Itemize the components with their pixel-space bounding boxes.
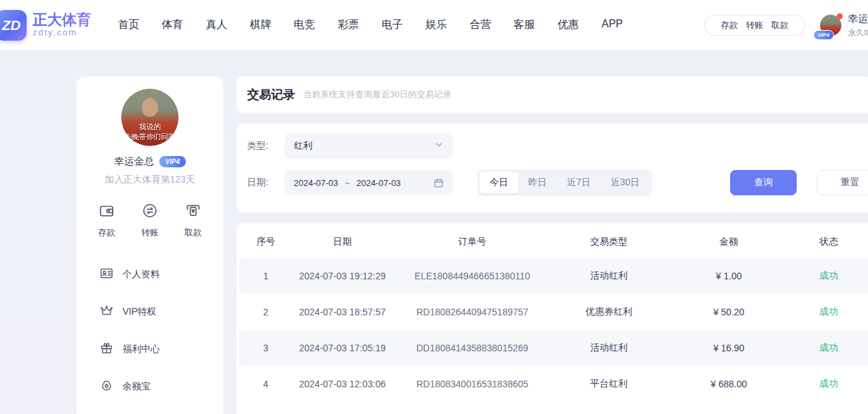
cell-index: 3 [239,343,292,353]
quick-range-chip[interactable]: 今日 [480,172,518,193]
table-row[interactable]: 1 2024-07-03 19:12:29 ELE180844946665138… [239,258,868,294]
permanent-domain-note: 永久域名: zd [848,27,868,39]
table-row[interactable]: 4 2024-07-03 12:03:06 RD1808340016531838… [239,366,868,402]
cell-status: 成功 [792,306,865,318]
cell-status: 成功 [792,342,865,354]
date-range-input[interactable]: 2024-07-03 ~ 2024-07-03 [284,170,453,195]
page-title: 交易记录 [247,87,295,103]
cell-index: 2 [239,307,292,317]
nav-item[interactable]: 合营 [470,18,491,32]
cell-type: 优惠券红利 [552,306,665,318]
cell-date: 2024-07-03 12:03:06 [292,379,392,389]
date-start-value: 2024-07-03 [294,178,338,188]
wallet-actions: 存款 转账 取款 [77,202,223,239]
table-column-header: 订单号 [392,236,552,248]
nav-item[interactable]: 真人 [206,18,227,32]
chevron-down-icon [434,140,444,152]
wallet-quick-link[interactable]: 取款 [771,19,789,31]
main-nav: 首页体育真人棋牌电竞彩票电子娱乐合营客服优惠APP [118,18,646,32]
cell-amount: ¥ 688.00 [665,379,792,389]
nav-item[interactable]: 电子 [382,18,403,32]
sidebar-item-vip[interactable]: VIP特权 [77,293,223,331]
type-select[interactable]: 红利 [284,133,453,159]
profile-name-row: 幸运金总 VIP4 [77,155,223,168]
nav-item[interactable]: 电竞 [294,18,315,32]
sidebar-item-label: 个人资料 [123,269,160,281]
profile-avatar[interactable]: 我说的 今晚带你们回家 [121,89,179,146]
cell-index: 1 [239,271,292,281]
cell-order-no: RD1808340016531838605 [392,379,552,389]
sidebar-item-yuebao[interactable]: 余额宝 [77,368,223,405]
nav-item[interactable]: 体育 [162,18,183,32]
cell-order-no: ELE1808449466651380110 [392,271,552,281]
cell-status: 成功 [792,378,865,390]
calendar-icon [434,178,444,188]
vault-icon [99,378,114,395]
cell-date: 2024-07-03 18:57:57 [292,307,392,317]
transactions-table-panel: 序号日期订单号交易类型金额状态 1 2024-07-03 19:12:29 EL… [236,223,868,414]
reset-button[interactable]: 重置 [817,170,868,195]
profile-sidebar: 我说的 今晚带你们回家 幸运金总 VIP4 加入正大体育第123天 存款 [77,77,223,414]
page-subtitle: 当前系统支持查询最近30日的交易记录 [303,89,451,101]
transfer-button[interactable]: 转账 [141,202,159,239]
join-days-text: 加入正大体育第123天 [77,174,223,186]
notification-dot [837,13,843,19]
table-column-header: 状态 [792,236,865,248]
filter-panel: 类型: 红利 日期: 2024-07-03 ~ 2024-07-03 [236,123,868,213]
user-name: 幸运金总 [848,11,868,27]
withdraw-button[interactable]: 取款 [185,202,202,239]
vip-badge: VIP4 [159,156,186,167]
sidebar-item-profile[interactable]: 个人资料 [77,256,223,293]
cell-amount: ¥ 16.90 [665,343,792,353]
nav-item[interactable]: 客服 [514,18,535,32]
gift-icon [99,341,114,358]
cell-index: 4 [239,379,292,389]
brand-logo[interactable]: ZD 正大体育 zdty.com [0,10,91,41]
type-filter-row: 类型: 红利 [247,133,868,159]
wallet-quick-link[interactable]: 转账 [746,19,763,31]
brand-name: 正大体育 [33,12,91,28]
cell-order-no: RD1808264409475189757 [392,307,552,317]
user-menu[interactable]: VIP4 幸运金总 永久域名: zd [820,11,868,39]
avatar-caption: 我说的 今晚带你们回家 [125,122,176,142]
quick-range-chip[interactable]: 近30日 [601,172,650,193]
quick-range-chip[interactable]: 近7日 [557,172,601,193]
nav-item[interactable]: APP [602,18,623,32]
deposit-button[interactable]: 存款 [98,202,115,239]
table-row[interactable]: 3 2024-07-03 17:05:19 DD1808414358838015… [239,330,868,366]
avatar-image [142,98,158,117]
cell-status: 成功 [792,270,865,282]
profile-name: 幸运金总 [114,155,154,168]
transfer-icon [141,202,159,222]
wallet-quick-link[interactable]: 存款 [721,19,738,31]
sidebar-item-assets[interactable]: 我的资产 [77,405,223,414]
table-column-header: 交易类型 [552,236,665,248]
query-button[interactable]: 查询 [730,170,797,195]
table-body: 1 2024-07-03 19:12:29 ELE180844946665138… [239,258,868,402]
nav-item[interactable]: 彩票 [338,18,359,32]
table-column-header: 日期 [292,236,392,248]
date-filter-row: 日期: 2024-07-03 ~ 2024-07-03 今日昨日近7日近30日 … [247,169,868,196]
nav-item[interactable]: 棋牌 [250,18,271,32]
sidebar-menu: 个人资料 VIP特权 福利中心 [77,256,223,414]
sidebar-item-welfare[interactable]: 福利中心 [77,331,223,368]
avatar[interactable]: VIP4 [820,15,841,36]
sidebar-item-label: 余额宝 [123,381,151,393]
type-label: 类型: [247,140,284,152]
brand-domain: zdty.com [33,28,91,37]
quick-range-chip[interactable]: 昨日 [518,172,557,193]
wallet-action-label: 取款 [185,227,202,239]
nav-item[interactable]: 优惠 [558,18,579,32]
cell-type: 平台红利 [552,378,665,390]
table-row[interactable]: 2 2024-07-03 18:57:57 RD1808264409475189… [239,294,868,330]
nav-item[interactable]: 娱乐 [426,18,447,32]
withdraw-icon [185,202,202,222]
crown-icon [99,303,114,321]
nav-item[interactable]: 首页 [118,18,139,32]
cell-type: 活动红利 [552,342,665,354]
user-info: 幸运金总 永久域名: zd [848,11,868,39]
type-select-value: 红利 [294,140,312,152]
wallet-icon [98,202,115,222]
wallet-action-label: 转账 [141,227,159,239]
brand-logo-icon: ZD [0,10,27,41]
